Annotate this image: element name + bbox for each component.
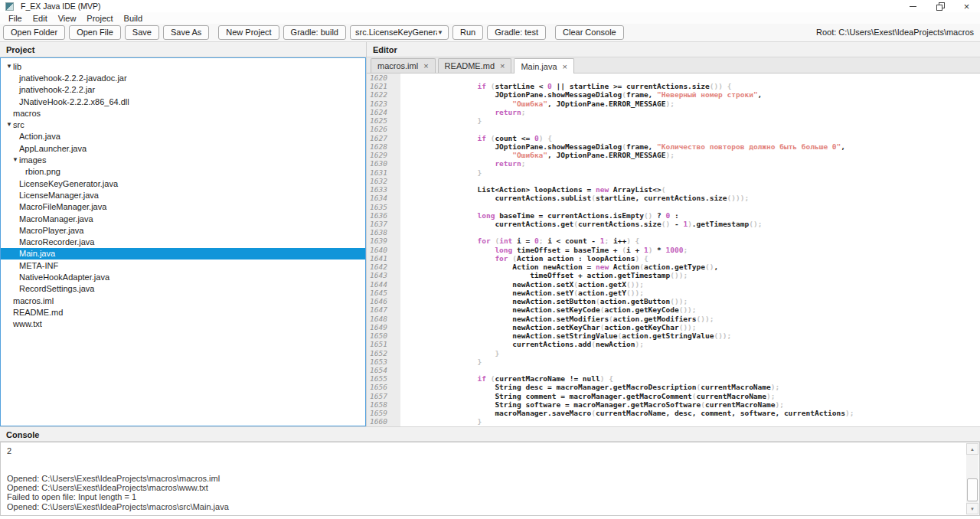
close-button[interactable]: ×: [953, 0, 980, 12]
line-number: 1628: [367, 142, 400, 151]
tab-label: README.md: [445, 61, 495, 70]
tree-item-action-java[interactable]: Action.java: [1, 131, 365, 142]
tree-item-label: MacroFileManager.java: [19, 202, 106, 211]
save-button[interactable]: Save: [125, 25, 159, 40]
code-line: 1623 "Ошибка", JOptionPane.ERROR_MESSAGE…: [367, 100, 980, 108]
code-line: 1640 long timeOffset = baseTime + (i + 1…: [367, 246, 980, 254]
line-number: 1643: [367, 271, 400, 279]
toolbar: Open Folder Open File Save Save As New P…: [0, 24, 980, 42]
tree-item-macroplayer-java[interactable]: MacroPlayer.java: [1, 224, 365, 236]
code-text: newAction.setKeyChar(action.getKeyChar()…: [400, 323, 697, 331]
tree-item-jnativehook-2-2-2-x86-64-dll[interactable]: JNativeHook-2.2.2.x86_64.dll: [1, 96, 365, 107]
tree-item-jnativehook-2-2-2-javadoc-jar[interactable]: jnativehook-2.2.2-javadoc.jar: [1, 72, 365, 83]
code-text: String software = macroManager.getMacroS…: [400, 400, 784, 409]
code-text: }: [400, 168, 482, 177]
line-number: 1627: [367, 134, 400, 142]
close-icon[interactable]: ×: [500, 61, 505, 70]
tree-item-macros-iml[interactable]: macros.iml: [1, 295, 365, 306]
save-as-button[interactable]: Save As: [163, 25, 209, 40]
close-icon[interactable]: ×: [563, 62, 567, 71]
code-line: 1626: [367, 125, 980, 133]
chevron-down-icon[interactable]: ▼: [12, 157, 19, 163]
code-line: 1622 JOptionPane.showMessageDialog(frame…: [367, 90, 980, 99]
tree-item-lib[interactable]: ▼lib: [1, 60, 365, 72]
tree-item-label: jnativehook-2.2.2-javadoc.jar: [19, 73, 127, 83]
tree-item-macros[interactable]: macros: [1, 107, 365, 119]
tree-item-images[interactable]: ▼images: [1, 154, 365, 165]
tree-item-readme-md[interactable]: README.md: [1, 306, 365, 318]
tree-item-label: images: [19, 155, 46, 165]
line-number: 1638: [367, 228, 400, 237]
menu-item-build[interactable]: Build: [124, 14, 142, 23]
console-scrollbar[interactable]: ▲ ▼: [966, 443, 978, 514]
gradle-test-button[interactable]: Gradle: test: [487, 25, 546, 40]
tree-item-main-java[interactable]: Main.java: [1, 248, 365, 260]
code-text: String desc = macroManager.getMacroDescr…: [400, 383, 779, 391]
menu-item-file[interactable]: File: [8, 14, 22, 23]
run-button[interactable]: Run: [452, 25, 483, 40]
maximize-button[interactable]: [926, 0, 953, 12]
tree-item-rbion-png[interactable]: rbion.png: [1, 166, 365, 178]
line-number: 1641: [367, 254, 400, 263]
code-line: 1647 newAction.setKeyCode(action.getKeyC…: [367, 305, 980, 314]
tree-item-jnativehook-2-2-2-jar[interactable]: jnativehook-2.2.2.jar: [1, 84, 365, 96]
run-config-dropdown[interactable]: src.LicenseKeyGenerator (C... ▼: [350, 25, 449, 40]
code-line: 1621 if (startLine < 0 || startLine >= c…: [367, 82, 980, 90]
code-text: [400, 125, 407, 133]
code-text: return;: [400, 159, 525, 168]
gradle-build-button[interactable]: Gradle: build: [283, 25, 346, 40]
tree-item-src[interactable]: ▼src: [1, 119, 365, 130]
tree-item-meta-inf[interactable]: META-INF: [1, 260, 365, 271]
scrollbar-thumb[interactable]: [967, 478, 978, 501]
tab-macros-iml[interactable]: macros.iml×: [371, 58, 436, 73]
line-number: 1640: [367, 246, 400, 254]
code-editor[interactable]: 16201621 if (startLine < 0 || startLine …: [367, 73, 980, 426]
code-text: newAction.setKeyCode(action.getKeyCode()…: [400, 305, 697, 314]
chevron-down-icon[interactable]: ▼: [6, 122, 13, 128]
code-text: newAction.setButton(action.getButton());: [400, 297, 688, 305]
code-line: 1639 for (int i = 0; i < count - 1; i++)…: [367, 237, 980, 245]
code-line: 1658 String software = macroManager.getM…: [367, 400, 980, 409]
tree-item-macromanager-java[interactable]: MacroManager.java: [1, 213, 365, 224]
tree-item-licensekeygenerator-java[interactable]: LicenseKeyGenerator.java: [1, 178, 365, 189]
scroll-down-icon[interactable]: ▼: [966, 503, 978, 514]
code-line: 1656 String desc = macroManager.getMacro…: [367, 383, 980, 391]
tree-item-macrorecorder-java[interactable]: MacroRecorder.java: [1, 236, 365, 247]
menu-item-edit[interactable]: Edit: [33, 14, 47, 23]
open-file-button[interactable]: Open File: [69, 25, 121, 40]
line-number: 1647: [367, 305, 400, 314]
menu-item-view[interactable]: View: [58, 14, 77, 23]
console-line: 2: [7, 446, 959, 455]
tree-item-www-txt[interactable]: www.txt: [1, 318, 365, 330]
tab-label: Main.java: [521, 62, 557, 71]
line-number: 1636: [367, 211, 400, 220]
tree-item-label: src: [13, 120, 24, 129]
tree-item-macrofilemanager-java[interactable]: MacroFileManager.java: [1, 201, 365, 213]
new-project-button[interactable]: New Project: [218, 25, 279, 40]
code-text: long timeOffset = baseTime + (i + 1) * 1…: [400, 246, 688, 254]
tree-item-recordsettings-java[interactable]: RecordSettings.java: [1, 283, 365, 295]
close-icon[interactable]: ×: [423, 61, 428, 70]
line-number: 1646: [367, 297, 400, 305]
chevron-down-icon[interactable]: ▼: [6, 64, 13, 70]
code-line: 1625 }: [367, 116, 980, 125]
tree-item-nativehookadapter-java[interactable]: NativeHookAdapter.java: [1, 271, 365, 282]
console-output[interactable]: 2 Opened: C:\Users\Exest\IdeaProjects\ma…: [0, 442, 980, 516]
tab-readme-md[interactable]: README.md×: [438, 58, 512, 73]
tab-main-java[interactable]: Main.java×: [514, 58, 574, 73]
clear-console-button[interactable]: Clear Console: [555, 25, 624, 40]
console-panel-header: Console: [0, 426, 980, 442]
minimize-button[interactable]: [900, 0, 926, 12]
line-number: 1631: [367, 168, 400, 177]
scroll-up-icon[interactable]: ▲: [966, 443, 978, 455]
code-text: [400, 366, 407, 374]
code-line: 1644 newAction.setX(action.getX());: [367, 280, 980, 289]
tree-item-licensemanager-java[interactable]: LicenseManager.java: [1, 189, 365, 201]
tree-item-applauncher-java[interactable]: AppLauncher.java: [1, 142, 365, 154]
menu-item-project[interactable]: Project: [87, 14, 113, 23]
line-number: 1621: [367, 82, 400, 90]
line-number: 1634: [367, 194, 400, 202]
code-text: String comment = macroManager.getMacroCo…: [400, 392, 776, 400]
open-folder-button[interactable]: Open Folder: [3, 25, 65, 40]
code-line: 1653 }: [367, 357, 980, 366]
